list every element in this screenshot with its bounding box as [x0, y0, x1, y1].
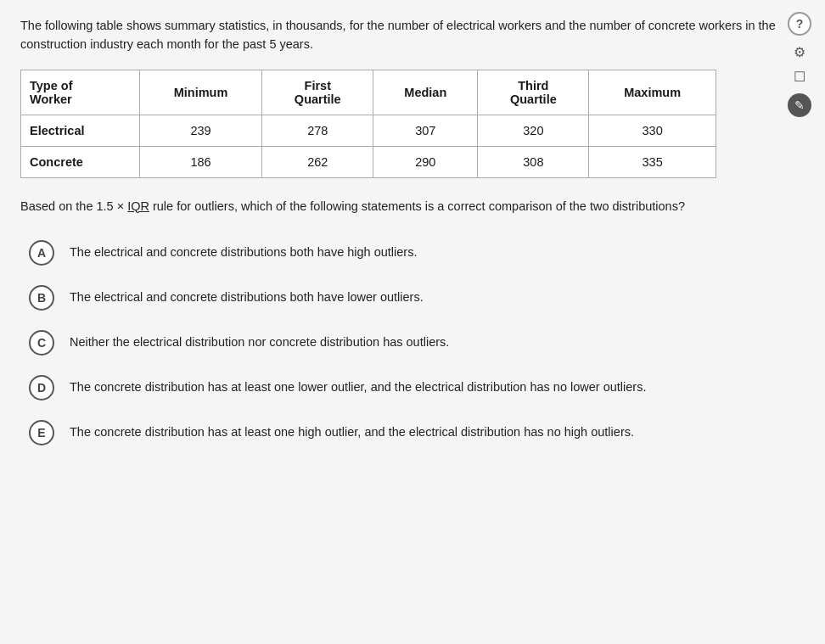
cell-type-0: Electrical [21, 115, 140, 146]
option-row-b[interactable]: B The electrical and concrete distributi… [29, 284, 805, 311]
help-icon[interactable]: ? [788, 12, 811, 36]
col-header-type: Type ofWorker [21, 70, 140, 115]
cell-third-quartile-0: 320 [478, 115, 589, 146]
cell-maximum-0: 330 [589, 115, 716, 146]
option-text-d: The concrete distribution has at least o… [70, 374, 646, 396]
intro-text: The following table shows summary statis… [20, 17, 784, 54]
cell-type-1: Concrete [21, 146, 140, 177]
top-icons-panel: ? ⚙ ☐ ✎ [788, 12, 811, 117]
col-header-minimum: Minimum [139, 70, 262, 115]
question-text: Based on the 1.5 × IQR rule for outliers… [20, 197, 784, 216]
option-circle-a[interactable]: A [29, 240, 54, 266]
option-row-d[interactable]: D The concrete distribution has at least… [29, 374, 805, 400]
option-text-b: The electrical and concrete distribution… [70, 284, 424, 306]
option-circle-b[interactable]: B [29, 285, 54, 311]
cell-median-1: 290 [373, 146, 478, 177]
option-text-a: The electrical and concrete distribution… [70, 239, 417, 261]
option-text-c: Neither the electrical distribution nor … [70, 329, 449, 351]
cell-first-quartile-1: 262 [262, 146, 373, 177]
iqr-text: IQR [127, 199, 149, 213]
option-circle-e[interactable]: E [29, 420, 54, 445]
cell-minimum-1: 186 [139, 146, 262, 177]
col-header-third-quartile: ThirdQuartile [478, 70, 589, 115]
option-row-e[interactable]: E The concrete distribution has at least… [29, 419, 805, 445]
cell-first-quartile-0: 278 [262, 115, 373, 146]
option-circle-d[interactable]: D [29, 375, 54, 400]
gear-icon[interactable]: ⚙ [794, 44, 805, 60]
table-row: Concrete 186 262 290 308 335 [21, 146, 716, 177]
cell-median-0: 307 [373, 115, 478, 146]
col-header-maximum: Maximum [589, 70, 716, 115]
answer-options: A The electrical and concrete distributi… [20, 239, 805, 445]
table-row: Electrical 239 278 307 320 330 [21, 115, 716, 146]
statistics-table: Type ofWorker Minimum FirstQuartile Medi… [20, 70, 716, 178]
option-row-a[interactable]: A The electrical and concrete distributi… [29, 239, 805, 266]
cell-maximum-1: 335 [589, 146, 716, 177]
option-text-e: The concrete distribution has at least o… [70, 419, 634, 441]
cell-minimum-0: 239 [139, 115, 262, 146]
col-header-first-quartile: FirstQuartile [262, 70, 373, 115]
cell-third-quartile-1: 308 [478, 146, 589, 177]
bookmark-icon[interactable]: ☐ [794, 69, 805, 85]
table-header-row: Type ofWorker Minimum FirstQuartile Medi… [21, 70, 716, 115]
pencil-icon[interactable]: ✎ [788, 93, 811, 117]
option-circle-c[interactable]: C [29, 330, 54, 356]
option-row-c[interactable]: C Neither the electrical distribution no… [29, 329, 805, 356]
col-header-median: Median [373, 70, 478, 115]
